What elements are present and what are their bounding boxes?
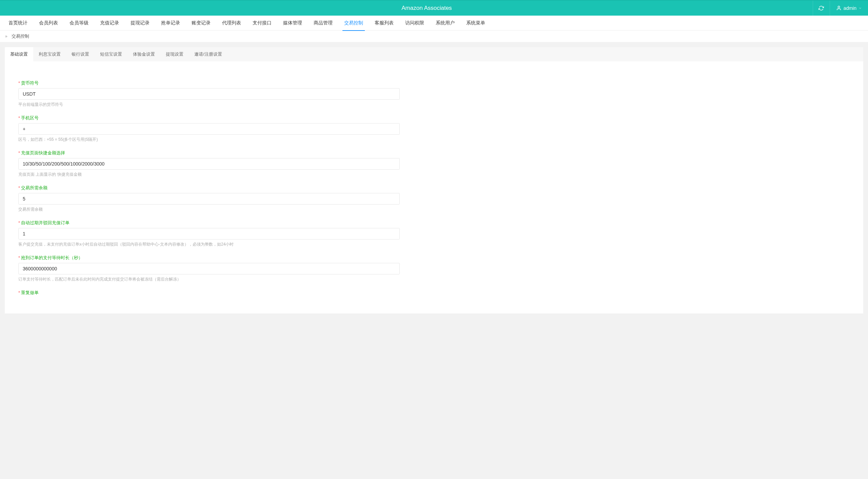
topnav-item[interactable]: 交易控制 <box>338 16 369 31</box>
form-label-text: 自动过期并驳回充值订单 <box>21 220 70 225</box>
topnav-item[interactable]: 首页统计 <box>3 16 33 31</box>
topnav-item[interactable]: 充值记录 <box>94 16 125 31</box>
form-label-text: 抢到订单的支付等待时长（秒） <box>21 255 83 260</box>
topnav-item[interactable]: 会员等级 <box>64 16 94 31</box>
form-label: *充值页面快捷金额选择 <box>18 150 400 156</box>
form-input[interactable] <box>18 228 400 240</box>
topnav-item[interactable]: 会员列表 <box>33 16 64 31</box>
required-marker: * <box>18 290 20 295</box>
form-input[interactable] <box>18 88 400 100</box>
subtab-item[interactable]: 短信宝设置 <box>95 47 127 61</box>
user-name: admin <box>844 5 856 11</box>
required-marker: * <box>18 115 20 120</box>
chevron-down-icon <box>859 6 862 10</box>
form-help-text: 交易所需余额 <box>18 207 400 212</box>
topnav-item[interactable]: 系统菜单 <box>460 16 491 31</box>
subtab-item[interactable]: 利息宝设置 <box>33 47 66 61</box>
topnav-item[interactable]: 代理列表 <box>216 16 247 31</box>
topnav-item[interactable]: 客服列表 <box>369 16 399 31</box>
required-marker: * <box>18 220 20 225</box>
app-title: Amazon Associates <box>41 5 813 12</box>
form-group: *充值页面快捷金额选择充值页面 上面显示的 快捷充值金额 <box>18 150 400 177</box>
form-label-text: 交易所需余额 <box>21 185 47 190</box>
form-group: *货币符号平台前端显示的货币符号 <box>18 80 400 108</box>
breadcrumb-current: 交易控制 <box>9 33 31 39</box>
topnav-item[interactable]: 访问权限 <box>399 16 430 31</box>
topnav-item[interactable]: 支付接口 <box>247 16 277 31</box>
form-label: *自动过期并驳回充值订单 <box>18 220 400 226</box>
topnav-item[interactable]: 媒体管理 <box>277 16 308 31</box>
topnav-item[interactable]: 提现记录 <box>125 16 155 31</box>
form-label-text: 手机区号 <box>21 115 39 120</box>
form-label: *重复做单 <box>18 290 400 296</box>
subtab-item[interactable]: 银行设置 <box>66 47 95 61</box>
form-panel: *货币符号平台前端显示的货币符号*手机区号区号，如巴西：+55 = 55(多个区… <box>5 61 863 313</box>
required-marker: * <box>18 150 20 155</box>
form-input[interactable] <box>18 193 400 205</box>
chevron-right-icon: » <box>5 34 7 39</box>
topnav-item[interactable]: 账变记录 <box>186 16 216 31</box>
form-group: *自动过期并驳回充值订单客户提交充值，未支付的充值订单x小时后自动过期驳回（驳回… <box>18 220 400 247</box>
refresh-button[interactable] <box>813 1 830 16</box>
form-label: *抢到订单的支付等待时长（秒） <box>18 255 400 261</box>
required-marker: * <box>18 185 20 190</box>
top-navigation: 首页统计会员列表会员等级充值记录提现记录抢单记录账变记录代理列表支付接口媒体管理… <box>0 16 868 31</box>
topnav-item[interactable]: 系统用户 <box>430 16 460 31</box>
subtab-bar: 基础设置利息宝设置银行设置短信宝设置体验金设置提现设置邀请/注册设置 <box>5 47 863 61</box>
subtab-item[interactable]: 基础设置 <box>5 47 33 61</box>
form-input[interactable] <box>18 263 400 274</box>
form-group: *重复做单 <box>18 290 400 296</box>
form-group: *交易所需余额交易所需余额 <box>18 185 400 212</box>
form-help-text: 区号，如巴西：+55 = 55(多个区号用|S隔开) <box>18 137 400 142</box>
form-group: *抢到订单的支付等待时长（秒）订单支付等待时长，匹配订单后未在此时间内完成支付提… <box>18 255 400 282</box>
form-label: *交易所需余额 <box>18 185 400 191</box>
subtab-item[interactable]: 体验金设置 <box>127 47 160 61</box>
user-icon <box>836 5 842 11</box>
form-input[interactable] <box>18 158 400 170</box>
form-help-text: 平台前端显示的货币符号 <box>18 102 400 108</box>
breadcrumb-tabbar: » 交易控制 <box>0 31 868 42</box>
required-marker: * <box>18 80 20 85</box>
subtab-item[interactable]: 邀请/注册设置 <box>189 47 228 61</box>
form-label-text: 重复做单 <box>21 290 39 295</box>
form-input[interactable] <box>18 123 400 135</box>
topnav-item[interactable]: 抢单记录 <box>155 16 186 31</box>
form-group: *手机区号区号，如巴西：+55 = 55(多个区号用|S隔开) <box>18 115 400 142</box>
form-help-text: 客户提交充值，未支付的充值订单x小时后自动过期驳回（驳回内容在帮助中心-文本内容… <box>18 242 400 247</box>
form-label-text: 充值页面快捷金额选择 <box>21 150 65 155</box>
refresh-icon <box>818 5 824 11</box>
form-label-text: 货币符号 <box>21 80 39 85</box>
form-label: *手机区号 <box>18 115 400 121</box>
required-marker: * <box>18 255 20 260</box>
form-help-text: 订单支付等待时长，匹配订单后未在此时间内完成支付提交订单将会被冻结（需后台解冻） <box>18 276 400 282</box>
form-label: *货币符号 <box>18 80 400 86</box>
form-help-text: 充值页面 上面显示的 快捷充值金额 <box>18 172 400 177</box>
user-menu[interactable]: admin <box>830 1 868 16</box>
svg-point-0 <box>838 6 840 8</box>
subtab-item[interactable]: 提现设置 <box>160 47 189 61</box>
topnav-item[interactable]: 商品管理 <box>308 16 338 31</box>
